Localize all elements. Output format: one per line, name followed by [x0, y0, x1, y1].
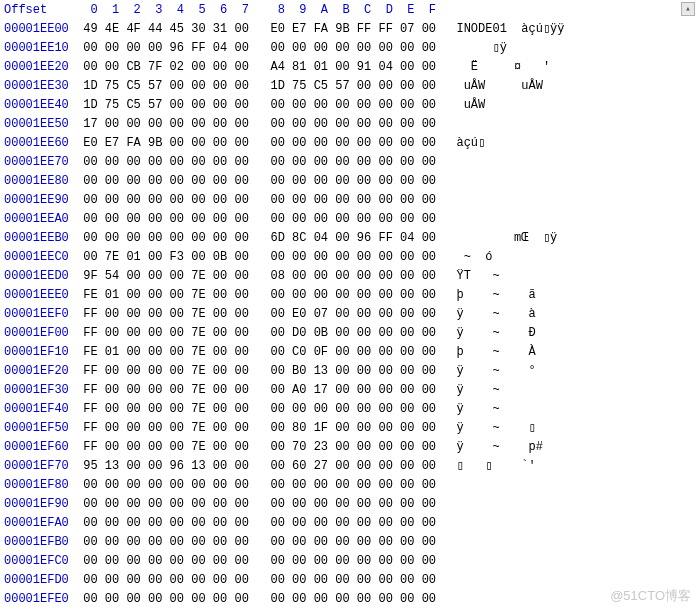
hex-bytes[interactable]: 00 00 00 00 00 00 00 00 00 00 00 00 00 0…	[74, 497, 436, 511]
ascii-cell[interactable]: ÿ ~ à	[436, 307, 572, 321]
hex-row[interactable]: 00001EE70 00 00 00 00 00 00 00 00 00 00 …	[0, 152, 699, 171]
ascii-cell[interactable]	[436, 535, 572, 549]
hex-row[interactable]: 00001EF70 95 13 00 00 96 13 00 00 00 60 …	[0, 456, 699, 475]
hex-bytes[interactable]: FF 00 00 00 00 7E 00 00 00 00 00 00 00 0…	[74, 402, 436, 416]
hex-bytes[interactable]: 00 00 CB 7F 02 00 00 00 A4 81 01 00 91 0…	[74, 60, 436, 74]
hex-row[interactable]: 00001EF80 00 00 00 00 00 00 00 00 00 00 …	[0, 475, 699, 494]
hex-row[interactable]: 00001EE90 00 00 00 00 00 00 00 00 00 00 …	[0, 190, 699, 209]
ascii-cell[interactable]: INODE01 àçú▯ÿÿ	[436, 21, 564, 36]
ascii-cell[interactable]	[436, 592, 572, 606]
ascii-cell[interactable]: ŸT ~	[436, 269, 572, 283]
hex-row[interactable]: 00001EE50 17 00 00 00 00 00 00 00 00 00 …	[0, 114, 699, 133]
hex-bytes[interactable]: 9F 54 00 00 00 7E 00 00 08 00 00 00 00 0…	[74, 269, 436, 283]
ascii-cell[interactable]	[436, 193, 572, 207]
ascii-cell[interactable]	[436, 212, 572, 226]
hex-row[interactable]: 00001EF40 FF 00 00 00 00 7E 00 00 00 00 …	[0, 399, 699, 418]
ascii-cell[interactable]: uÅW uÅW	[436, 79, 572, 93]
hex-bytes[interactable]: FF 00 00 00 00 7E 00 00 00 E0 07 00 00 0…	[74, 307, 436, 321]
hex-bytes[interactable]: FF 00 00 00 00 7E 00 00 00 B0 13 00 00 0…	[74, 364, 436, 378]
hex-bytes[interactable]: FE 01 00 00 00 7E 00 00 00 00 00 00 00 0…	[74, 288, 436, 302]
ascii-cell[interactable]	[436, 516, 572, 530]
hex-row[interactable]: 00001EF60 FF 00 00 00 00 7E 00 00 00 70 …	[0, 437, 699, 456]
hex-row[interactable]: 00001EFC0 00 00 00 00 00 00 00 00 00 00 …	[0, 551, 699, 570]
ascii-cell[interactable]: ÿ ~ ▯	[436, 420, 572, 435]
hex-bytes[interactable]: 95 13 00 00 96 13 00 00 00 60 27 00 00 0…	[74, 459, 436, 473]
scroll-up-arrow-icon[interactable]: ▴	[681, 2, 695, 16]
offset-cell: 00001EF50	[0, 421, 74, 435]
hex-bytes[interactable]: FE 01 00 00 00 7E 00 00 00 C0 0F 00 00 0…	[74, 345, 436, 359]
hex-row[interactable]: 00001EFA0 00 00 00 00 00 00 00 00 00 00 …	[0, 513, 699, 532]
hex-row[interactable]: 00001EF90 00 00 00 00 00 00 00 00 00 00 …	[0, 494, 699, 513]
hex-row[interactable]: 00001EF10 FE 01 00 00 00 7E 00 00 00 C0 …	[0, 342, 699, 361]
hex-row[interactable]: 00001EE20 00 00 CB 7F 02 00 00 00 A4 81 …	[0, 57, 699, 76]
ascii-cell[interactable]: ÿ ~ p#	[436, 440, 572, 454]
hex-bytes[interactable]: FF 00 00 00 00 7E 00 00 00 D0 0B 00 00 0…	[74, 326, 436, 340]
hex-bytes[interactable]: 00 00 00 00 00 00 00 00 00 00 00 00 00 0…	[74, 155, 436, 169]
hex-bytes[interactable]: 00 00 00 00 00 00 00 00 00 00 00 00 00 0…	[74, 535, 436, 549]
hex-bytes[interactable]: 00 00 00 00 00 00 00 00 00 00 00 00 00 0…	[74, 573, 436, 587]
hex-bytes[interactable]: FF 00 00 00 00 7E 00 00 00 80 1F 00 00 0…	[74, 421, 436, 435]
offset-cell: 00001EF30	[0, 383, 74, 397]
ascii-cell[interactable]: þ ~ ã	[436, 288, 572, 302]
hex-row[interactable]: 00001EEB0 00 00 00 00 00 00 00 00 6D 8C …	[0, 228, 699, 247]
ascii-cell[interactable]	[436, 155, 572, 169]
hex-row[interactable]: 00001EE60 E0 E7 FA 9B 00 00 00 00 00 00 …	[0, 133, 699, 152]
ascii-cell[interactable]	[436, 554, 572, 568]
ascii-cell[interactable]: Ë ¤ '	[436, 60, 572, 74]
hex-row[interactable]: 00001EE40 1D 75 C5 57 00 00 00 00 00 00 …	[0, 95, 699, 114]
hex-bytes[interactable]: 00 00 00 00 00 00 00 00 6D 8C 04 00 96 F…	[74, 231, 436, 245]
hex-bytes[interactable]: 00 00 00 00 00 00 00 00 00 00 00 00 00 0…	[74, 193, 436, 207]
hex-bytes[interactable]: 00 00 00 00 00 00 00 00 00 00 00 00 00 0…	[74, 478, 436, 492]
header-row: Offset 0 1 2 3 4 5 6 7 8 9 A B C D E F	[0, 0, 699, 19]
hex-row[interactable]: 00001EED0 9F 54 00 00 00 7E 00 00 08 00 …	[0, 266, 699, 285]
ascii-cell[interactable]	[436, 174, 572, 188]
ascii-cell[interactable]	[436, 573, 572, 587]
ascii-cell[interactable]	[436, 497, 572, 511]
hex-bytes[interactable]: FF 00 00 00 00 7E 00 00 00 70 23 00 00 0…	[74, 440, 436, 454]
hex-bytes[interactable]: 17 00 00 00 00 00 00 00 00 00 00 00 00 0…	[74, 117, 436, 131]
offset-cell: 00001EE00	[0, 22, 74, 36]
hex-row[interactable]: 00001EE80 00 00 00 00 00 00 00 00 00 00 …	[0, 171, 699, 190]
ascii-cell[interactable]: ▯ÿ	[436, 40, 572, 55]
ascii-cell[interactable]: ÿ ~	[436, 383, 572, 397]
ascii-cell[interactable]: ÿ ~ Ð	[436, 326, 572, 340]
hex-row[interactable]: 00001EEE0 FE 01 00 00 00 7E 00 00 00 00 …	[0, 285, 699, 304]
hex-bytes[interactable]: 1D 75 C5 57 00 00 00 00 1D 75 C5 57 00 0…	[74, 79, 436, 93]
hex-row[interactable]: 00001EE10 00 00 00 00 96 FF 04 00 00 00 …	[0, 38, 699, 57]
hex-bytes[interactable]: 1D 75 C5 57 00 00 00 00 00 00 00 00 00 0…	[74, 98, 436, 112]
hex-bytes[interactable]: FF 00 00 00 00 7E 00 00 00 A0 17 00 00 0…	[74, 383, 436, 397]
hex-bytes[interactable]: 00 00 00 00 00 00 00 00 00 00 00 00 00 0…	[74, 174, 436, 188]
hex-row[interactable]: 00001EE30 1D 75 C5 57 00 00 00 00 1D 75 …	[0, 76, 699, 95]
hex-bytes[interactable]: 00 00 00 00 00 00 00 00 00 00 00 00 00 0…	[74, 212, 436, 226]
ascii-cell[interactable]	[436, 478, 572, 492]
hex-row[interactable]: 00001EE00 49 4E 4F 44 45 30 31 00 E0 E7 …	[0, 19, 699, 38]
hex-bytes[interactable]: E0 E7 FA 9B 00 00 00 00 00 00 00 00 00 0…	[74, 136, 436, 150]
ascii-cell[interactable]: ÿ ~	[436, 402, 572, 416]
hex-row[interactable]: 00001EFE0 00 00 00 00 00 00 00 00 00 00 …	[0, 589, 699, 608]
ascii-cell[interactable]: þ ~ À	[436, 345, 572, 359]
hex-bytes[interactable]: 49 4E 4F 44 45 30 31 00 E0 E7 FA 9B FF F…	[74, 22, 436, 36]
hex-bytes[interactable]: 00 00 00 00 00 00 00 00 00 00 00 00 00 0…	[74, 554, 436, 568]
ascii-cell[interactable]: ~ ó	[436, 250, 572, 264]
offset-cell: 00001EFA0	[0, 516, 74, 530]
hex-row[interactable]: 00001EF50 FF 00 00 00 00 7E 00 00 00 80 …	[0, 418, 699, 437]
hex-row[interactable]: 00001EF30 FF 00 00 00 00 7E 00 00 00 A0 …	[0, 380, 699, 399]
hex-bytes[interactable]: 00 00 00 00 00 00 00 00 00 00 00 00 00 0…	[74, 592, 436, 606]
hex-row[interactable]: 00001EEA0 00 00 00 00 00 00 00 00 00 00 …	[0, 209, 699, 228]
ascii-cell[interactable]: àçú▯	[436, 135, 572, 150]
offset-cell: 00001EF80	[0, 478, 74, 492]
ascii-cell[interactable]: ÿ ~ °	[436, 364, 572, 378]
ascii-cell[interactable]: ▯ ▯ `'	[436, 458, 572, 473]
hex-bytes[interactable]: 00 00 00 00 00 00 00 00 00 00 00 00 00 0…	[74, 516, 436, 530]
hex-row[interactable]: 00001EFB0 00 00 00 00 00 00 00 00 00 00 …	[0, 532, 699, 551]
hex-row[interactable]: 00001EEC0 00 7E 01 00 F3 00 0B 00 00 00 …	[0, 247, 699, 266]
ascii-cell[interactable]	[436, 117, 572, 131]
hex-row[interactable]: 00001EEF0 FF 00 00 00 00 7E 00 00 00 E0 …	[0, 304, 699, 323]
hex-bytes[interactable]: 00 00 00 00 96 FF 04 00 00 00 00 00 00 0…	[74, 41, 436, 55]
hex-row[interactable]: 00001EF00 FF 00 00 00 00 7E 00 00 00 D0 …	[0, 323, 699, 342]
hex-row[interactable]: 00001EF20 FF 00 00 00 00 7E 00 00 00 B0 …	[0, 361, 699, 380]
hex-row[interactable]: 00001EFD0 00 00 00 00 00 00 00 00 00 00 …	[0, 570, 699, 589]
hex-bytes[interactable]: 00 7E 01 00 F3 00 0B 00 00 00 00 00 00 0…	[74, 250, 436, 264]
ascii-cell[interactable]: uÅW	[436, 98, 572, 112]
ascii-cell[interactable]: mŒ ▯ÿ	[436, 230, 572, 245]
